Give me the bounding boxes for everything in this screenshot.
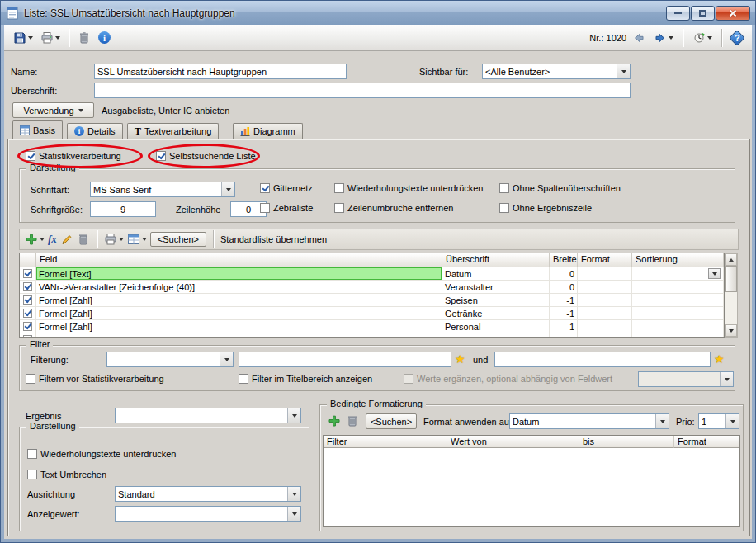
filterung-select[interactable]: [106, 352, 234, 367]
table-row[interactable]: Formel [Zahl] Getränke -1: [20, 307, 724, 320]
sortierung-dropdown[interactable]: [708, 268, 721, 279]
standardliste-link[interactable]: Standardliste übernehmen: [220, 234, 327, 244]
cell-ueberschrift[interactable]: Personal: [442, 320, 550, 333]
table-row[interactable]: Formel [Zahl] Speisen -1: [20, 294, 724, 307]
schriftgroesse-input[interactable]: [90, 201, 156, 217]
gitternetz-checkbox[interactable]: Gitternetz: [260, 183, 313, 193]
print-list-button[interactable]: [104, 233, 124, 246]
header-format2[interactable]: Format: [674, 436, 739, 448]
statistikverarbeitung-checkbox[interactable]: Statistikverarbeitung: [26, 151, 121, 161]
row-checkbox[interactable]: [23, 282, 32, 291]
header-filter[interactable]: Filter: [324, 436, 447, 448]
prio-select[interactable]: 1: [698, 413, 739, 429]
ohne-ergebniszeile-checkbox[interactable]: Ohne Ergebniszeile: [499, 203, 592, 213]
cell-ueberschrift[interactable]: Datum: [442, 267, 550, 280]
table-scrollbar[interactable]: [725, 253, 738, 338]
add-dropdown-arrow-icon[interactable]: [40, 238, 45, 241]
cell-format[interactable]: [578, 307, 632, 319]
maximize-button[interactable]: [691, 6, 715, 21]
selbstsuchende-liste-checkbox[interactable]: Selbstsuchende Liste: [156, 151, 256, 161]
cell-format[interactable]: [578, 333, 632, 338]
cell-format[interactable]: [578, 320, 632, 333]
filtern-vor-statistik-checkbox[interactable]: Filtern vor Statistikverarbeitung: [26, 374, 164, 384]
print-dropdown-arrow-icon[interactable]: [55, 36, 60, 40]
cell-breite[interactable]: 0: [550, 267, 578, 280]
cell-breite[interactable]: -1: [550, 320, 578, 333]
cell-feld[interactable]: Formel [Zahl]: [36, 294, 442, 306]
dropdown-arrow-icon[interactable]: [220, 352, 233, 366]
favorite-star-icon[interactable]: ★: [455, 353, 465, 365]
help-button[interactable]: ?: [729, 31, 745, 45]
cell-ueberschrift[interactable]: Getränke: [442, 307, 550, 319]
zeilenumbrueche-checkbox[interactable]: Zeilenumbrüche entfernen: [334, 203, 453, 213]
dropdown-arrow-icon[interactable]: [655, 414, 669, 428]
dropdown-arrow-icon[interactable]: [617, 64, 630, 78]
anzeigewert-select[interactable]: [115, 506, 301, 522]
cell-sortierung[interactable]: [632, 320, 724, 333]
delete-field-button[interactable]: [77, 233, 90, 246]
cell-sortierung[interactable]: [632, 281, 724, 293]
print-dropdown-arrow-icon[interactable]: [119, 238, 124, 241]
header-wert-von[interactable]: Wert von: [447, 436, 579, 448]
print-button[interactable]: [38, 30, 63, 46]
row-checkbox[interactable]: [23, 335, 32, 338]
filter-wert1-input[interactable]: [239, 352, 451, 367]
header-sortierung[interactable]: Sortierung: [632, 253, 724, 267]
text-umbrechen-checkbox[interactable]: Text Umbrechen: [27, 470, 106, 479]
cell-breite[interactable]: 0: [550, 281, 578, 293]
row-checkbox[interactable]: [23, 322, 32, 331]
dropdown-arrow-icon[interactable]: [287, 487, 300, 501]
row-checkbox[interactable]: [23, 269, 32, 278]
forward-dropdown-arrow-icon[interactable]: [669, 36, 673, 40]
favorite-star-icon[interactable]: ★: [714, 353, 725, 365]
tab-textverarbeitung[interactable]: T Textverarbeitung: [127, 123, 219, 139]
dropdown-arrow-icon[interactable]: [287, 408, 300, 423]
header-ueberschrift[interactable]: Überschrift: [442, 253, 550, 267]
filter-im-titelbereich-checkbox[interactable]: Filter im Titelbereich anzeigen: [239, 374, 372, 384]
formula-button[interactable]: fx: [48, 233, 57, 246]
cell-feld[interactable]: Formel [Zahl]: [36, 333, 442, 338]
cell-format[interactable]: [578, 267, 632, 280]
tab-details[interactable]: i Details: [67, 123, 123, 139]
cell-format[interactable]: [578, 294, 632, 306]
wiederholungstexte-checkbox[interactable]: Wiederholungstexte unterdrücken: [334, 183, 483, 193]
header-checkbox-column[interactable]: [20, 253, 36, 267]
sichtbar-select[interactable]: <Alle Benutzer>: [482, 64, 631, 79]
row-checkbox[interactable]: [23, 295, 32, 305]
cell-feld[interactable]: Formel [Text]: [36, 267, 442, 280]
forward-button[interactable]: [651, 30, 676, 46]
cell-feld[interactable]: Formel [Zahl]: [36, 320, 442, 333]
verwendung-button[interactable]: Verwendung: [12, 102, 94, 118]
zebraliste-checkbox[interactable]: Zebraliste: [260, 203, 313, 213]
layout-dropdown-arrow-icon[interactable]: [142, 238, 147, 241]
delete-button[interactable]: [75, 30, 93, 46]
cell-breite[interactable]: -1: [550, 307, 578, 319]
back-button[interactable]: [630, 30, 648, 46]
table-row[interactable]: VANr->Veranstalter [Zeichenfolge (40)] V…: [20, 281, 724, 294]
cell-sortierung[interactable]: [632, 307, 724, 319]
minimize-button[interactable]: [666, 6, 690, 21]
cell-ueberschrift[interactable]: [442, 333, 550, 338]
header-breite[interactable]: Breite: [550, 253, 578, 267]
history-button[interactable]: [690, 30, 715, 46]
header-feld[interactable]: Feld: [36, 253, 442, 267]
cell-sortierung[interactable]: [632, 267, 724, 280]
scroll-down-button[interactable]: [725, 324, 737, 337]
cell-breite[interactable]: -1: [550, 294, 578, 306]
tab-diagramm[interactable]: Diagramm: [233, 123, 303, 139]
tab-basis[interactable]: Basis: [12, 120, 63, 139]
ohne-spaltenueberschriften-checkbox[interactable]: Ohne Spaltenüberschriften: [499, 183, 621, 193]
schriftart-select[interactable]: MS Sans Serif: [90, 182, 235, 197]
history-dropdown-arrow-icon[interactable]: [707, 36, 712, 40]
wiederholungstexte2-checkbox[interactable]: Wiederholungstexte unterdrücken: [27, 449, 176, 459]
cell-sortierung[interactable]: [632, 294, 724, 306]
cell-feld[interactable]: VANr->Veranstalter [Zeichenfolge (40)]: [36, 281, 442, 293]
ueberschrift-input[interactable]: [94, 83, 631, 98]
cell-sortierung[interactable]: [632, 333, 724, 338]
ergebnis-select[interactable]: [115, 408, 301, 423]
suchen-button[interactable]: <Suchen>: [150, 232, 206, 247]
table-row[interactable]: Formel [Zahl] Personal -1: [20, 320, 724, 333]
table-row[interactable]: Formel [Text] Datum 0: [20, 267, 724, 281]
filter-wert2-input[interactable]: [494, 352, 711, 367]
cell-feld[interactable]: Formel [Zahl]: [36, 307, 442, 319]
